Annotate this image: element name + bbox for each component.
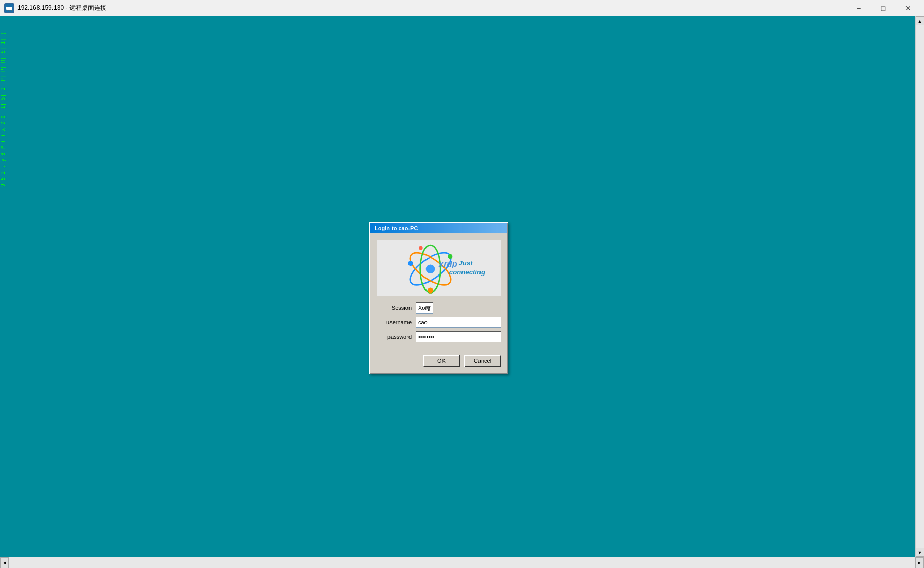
svg-point-3 (7, 10, 8, 11)
close-button[interactable]: ✕ (896, 1, 920, 16)
minimize-button[interactable]: − (847, 1, 870, 16)
svg-text:connecting: connecting (449, 268, 485, 276)
remote-desktop-content: ▲ ▼ 9 5 2 t y 8 P ) ) x D 0| 1| 5| 1| P|… (0, 16, 924, 557)
scroll-right-button[interactable]: ► (915, 557, 924, 569)
session-select-wrapper: Xorg (416, 302, 501, 314)
login-dialog: Login to cao-PC (369, 222, 508, 374)
username-label: username (377, 319, 412, 325)
dialog-body: xrdp Just connecting Session Xorg (370, 233, 507, 373)
svg-point-4 (9, 10, 10, 11)
scroll-left-button[interactable]: ◄ (0, 557, 9, 569)
svg-point-5 (11, 10, 12, 11)
svg-point-10 (426, 264, 435, 273)
svg-text:Just: Just (459, 259, 473, 267)
cancel-button[interactable]: Cancel (464, 355, 501, 367)
username-row: username (377, 317, 501, 328)
session-select[interactable]: Xorg (416, 302, 433, 314)
password-input[interactable] (416, 331, 501, 342)
horizontal-scrollbar[interactable]: ◄ ► (0, 557, 924, 568)
xrdp-logo-area: xrdp Just connecting (377, 240, 501, 296)
vertical-scrollbar[interactable]: ▲ ▼ (915, 16, 924, 557)
scroll-down-button[interactable]: ▼ (916, 548, 925, 557)
dialog-titlebar: Login to cao-PC (370, 223, 507, 233)
titlebar-buttons: − □ ✕ (847, 1, 920, 16)
dialog-window: Login to cao-PC (369, 222, 508, 374)
terminal-output: 9 5 2 t y 8 P ) ) x D 0| 1| 5| 1| P| P| … (0, 32, 6, 187)
scroll-track-vertical (916, 25, 924, 548)
session-row: Session Xorg (377, 302, 501, 314)
scroll-track-horizontal (9, 557, 915, 568)
password-label: password (377, 334, 412, 340)
titlebar-title: 192.168.159.130 - 远程桌面连接 (17, 4, 847, 12)
session-label: Session (377, 305, 412, 311)
ok-button[interactable]: OK (423, 355, 460, 367)
svg-text:xrdp: xrdp (438, 259, 457, 268)
username-input[interactable] (416, 317, 501, 328)
password-row: password (377, 331, 501, 342)
svg-rect-2 (6, 6, 12, 7)
svg-point-12 (448, 254, 453, 259)
scroll-up-button[interactable]: ▲ (916, 16, 925, 25)
svg-point-13 (428, 288, 433, 294)
svg-point-11 (408, 261, 413, 266)
svg-point-14 (419, 246, 423, 250)
dialog-buttons: OK Cancel (377, 351, 501, 367)
maximize-button[interactable]: □ (872, 1, 895, 16)
titlebar: 192.168.159.130 - 远程桌面连接 − □ ✕ (0, 0, 924, 16)
dialog-title: Login to cao-PC (375, 225, 418, 231)
titlebar-icon (4, 3, 14, 13)
